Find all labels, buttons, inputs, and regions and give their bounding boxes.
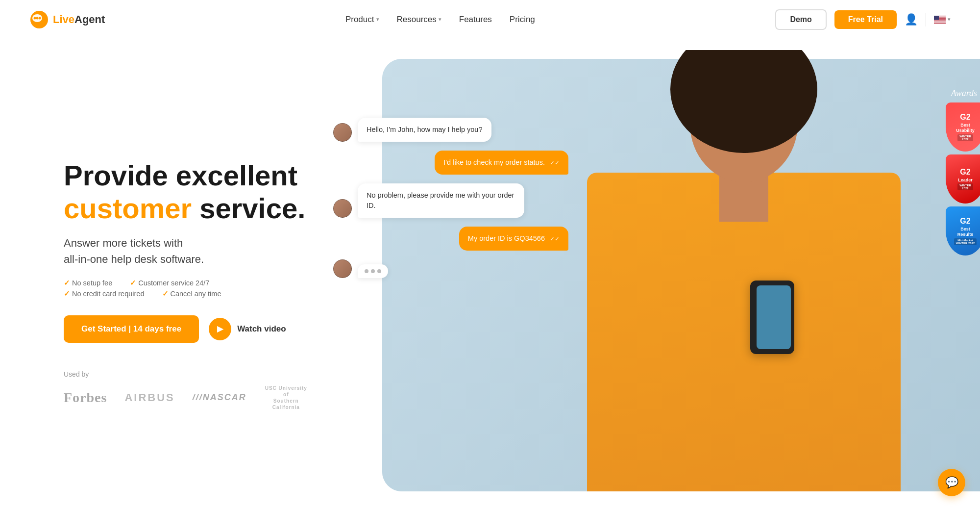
svg-point-2 <box>34 17 36 19</box>
nav-links: Product ▾ Resources ▾ Features Pricing <box>345 15 535 25</box>
play-icon: ▶ <box>209 318 231 340</box>
awards-title: Awards <box>951 88 980 99</box>
liveagent-logo-icon <box>29 10 49 29</box>
nav-pricing[interactable]: Pricing <box>510 15 535 25</box>
hero-feature-checks: ✓ No setup fee ✓ Customer service 24/7 ✓… <box>64 279 353 298</box>
free-trial-button[interactable]: Free Trial <box>834 10 897 29</box>
award-badge-usability: G2 BestUsability WINTER2022 <box>946 102 980 152</box>
award-badge-results: G2 BestResults Mid-MarketWINTER 2022 <box>946 206 980 256</box>
hero-headline: Provide excellent customer service. <box>64 159 353 225</box>
hero-section: Provide excellent customer service. Answ… <box>0 39 980 511</box>
language-selector[interactable]: ▾ <box>934 16 951 24</box>
lang-chevron-icon: ▾ <box>948 16 951 23</box>
award-badge-leader: G2 Leader WINTER2022 <box>946 154 980 204</box>
hero-right-visual: Hello, I'm John, how may I help you? I'd… <box>382 59 980 491</box>
usc-logo: USC University ofSouthern California <box>264 385 308 410</box>
hero-cta-buttons: Get Started | 14 days free ▶ Watch video <box>64 315 353 343</box>
watch-video-label: Watch video <box>237 324 286 334</box>
navbar: LiveAgent Product ▾ Resources ▾ Features… <box>0 0 980 39</box>
get-started-button[interactable]: Get Started | 14 days free <box>64 315 199 343</box>
svg-rect-12 <box>934 16 939 20</box>
checks-row-2: ✓ No credit card required ✓ Cancel any t… <box>64 290 353 298</box>
message-check-icon-2: ✓✓ <box>550 235 560 242</box>
logo-agent: Agent <box>74 13 105 26</box>
nav-divider <box>926 13 926 26</box>
chat-widget-icon: 💬 <box>945 476 958 489</box>
svg-point-4 <box>39 17 41 19</box>
chat-bubble-4: My order ID is GQ34566 ✓✓ <box>459 227 568 251</box>
nav-actions: Demo Free Trial 👤 ▾ <box>775 9 951 30</box>
user-account-icon[interactable]: 👤 <box>905 13 918 26</box>
used-by-section: Used by Forbes AIRBUS ///NASCAR USC Univ… <box>64 370 353 410</box>
check-no-credit-card: ✓ No credit card required <box>64 290 145 298</box>
demo-button[interactable]: Demo <box>775 9 826 30</box>
message-check-icon: ✓✓ <box>550 159 560 166</box>
logo-text: LiveAgent <box>53 13 105 26</box>
forbes-logo: Forbes <box>64 390 107 406</box>
chat-message-3: No problem, please provide me with your … <box>367 191 514 209</box>
logo-live: Live <box>53 13 74 26</box>
product-chevron-icon: ▾ <box>376 16 379 23</box>
resources-chevron-icon: ▾ <box>439 16 441 23</box>
awards-section: Awards G2 BestUsability WINTER2022 G2 Le… <box>946 88 980 258</box>
check-customer-service: ✓ Customer service 24/7 <box>130 279 209 287</box>
check-cancel-anytime: ✓ Cancel any time <box>162 290 221 298</box>
chat-support-widget[interactable]: 💬 <box>938 469 965 496</box>
watch-video-button[interactable]: ▶ Watch video <box>209 318 286 340</box>
chat-message-4: My order ID is GQ34566 <box>468 234 545 242</box>
nav-resources[interactable]: Resources ▾ <box>397 15 441 25</box>
used-by-label: Used by <box>64 370 353 378</box>
flag-us-icon <box>934 16 946 24</box>
hero-subheadline: Answer more tickets withall-in-one help … <box>64 235 353 267</box>
hero-left-content: Provide excellent customer service. Answ… <box>0 39 382 511</box>
nav-features[interactable]: Features <box>459 15 492 25</box>
nav-product[interactable]: Product ▾ <box>345 15 379 25</box>
airbus-logo: AIRBUS <box>124 391 174 404</box>
nascar-logo: ///NASCAR <box>193 392 246 403</box>
svg-point-3 <box>36 17 39 19</box>
svg-rect-10 <box>934 21 946 21</box>
headline-orange-word: customer <box>64 192 192 224</box>
chat-message-2: I'd like to check my order status. <box>443 158 545 166</box>
chat-bubble-3: No problem, please provide me with your … <box>358 183 524 218</box>
checks-row-1: ✓ No setup fee ✓ Customer service 24/7 <box>64 279 353 287</box>
svg-rect-11 <box>934 22 946 23</box>
chat-bubble-2: I'd like to check my order status. ✓✓ <box>435 151 568 175</box>
logo[interactable]: LiveAgent <box>29 10 105 29</box>
check-no-setup: ✓ No setup fee <box>64 279 112 287</box>
hero-person-image <box>587 50 901 491</box>
chat-message-1: Hello, I'm John, how may I help you? <box>367 126 483 133</box>
brand-logos: Forbes AIRBUS ///NASCAR USC University o… <box>64 385 353 410</box>
